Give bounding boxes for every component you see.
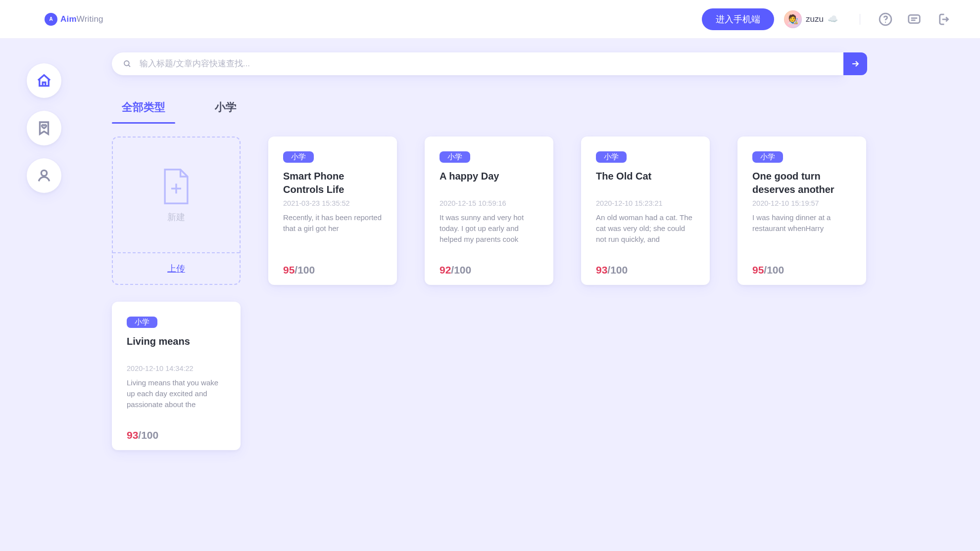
brand-logo[interactable]: A AimWriting — [45, 13, 103, 26]
essay-title: The Old Cat — [596, 170, 695, 196]
essay-title: One good turn deserves another — [752, 170, 851, 196]
arrow-right-icon — [850, 59, 860, 69]
brand-text: AimWriting — [60, 14, 103, 24]
svg-point-4 — [124, 61, 129, 66]
username-emoji: ☁️ — [828, 14, 838, 24]
brand-right: Writing — [77, 14, 103, 24]
essay-excerpt: Recently, it has been reported that a gi… — [283, 212, 382, 261]
main-content: 全部类型小学 新建 上传 小学Smart Phone Controls Life… — [112, 39, 980, 480]
score-value: 95 — [283, 264, 294, 276]
home-icon — [36, 72, 52, 89]
brand-badge: A — [45, 13, 57, 26]
essay-excerpt: An old woman had a cat. The cat was very… — [596, 212, 695, 261]
tab-0[interactable]: 全部类型 — [112, 93, 175, 124]
tab-1[interactable]: 小学 — [205, 93, 246, 124]
essay-card[interactable]: 小学A happy Day2020-12-15 10:59:16It was s… — [425, 137, 553, 285]
essay-meta: 2020-12-15 10:59:16 — [440, 199, 539, 207]
score-max: /100 — [451, 264, 471, 276]
file-plus-icon — [159, 167, 194, 206]
search-icon — [123, 59, 132, 68]
category-pill: 小学 — [596, 151, 627, 163]
essay-excerpt: It was sunny and very hot today. I got u… — [440, 212, 539, 261]
score-value: 93 — [127, 429, 138, 441]
score-value: 95 — [752, 264, 764, 276]
new-essay-card: 新建 上传 — [112, 137, 241, 285]
essay-score: 93/100 — [127, 429, 226, 441]
essay-meta: 2020-12-10 15:23:21 — [596, 199, 695, 207]
essay-excerpt: I was having dinner at a restaurant when… — [752, 212, 851, 261]
search-submit-button[interactable] — [843, 52, 867, 75]
search-bar[interactable] — [112, 52, 843, 75]
category-pill: 小学 — [440, 151, 470, 163]
bookmark-heart-icon — [36, 120, 52, 137]
category-tabs: 全部类型小学 — [112, 93, 940, 124]
brand-left: Aim — [60, 14, 77, 24]
essay-title: A happy Day — [440, 170, 539, 196]
user-icon — [36, 167, 52, 184]
score-max: /100 — [294, 264, 315, 276]
essay-score: 92/100 — [440, 264, 539, 276]
score-max: /100 — [138, 429, 158, 441]
essay-score: 95/100 — [752, 264, 851, 276]
upload-essay-label: 上传 — [167, 263, 185, 275]
sidebar-item-home[interactable] — [27, 63, 61, 98]
avatar: 🧑‍🎨 — [784, 10, 802, 28]
category-pill: 小学 — [752, 151, 783, 163]
essay-card[interactable]: 小学The Old Cat2020-12-10 15:23:21An old w… — [581, 137, 710, 285]
essay-card[interactable]: 小学Living means2020-12-10 14:34:22Living … — [112, 302, 241, 450]
essay-excerpt: Living means that you wake up each day e… — [127, 377, 226, 426]
score-value: 92 — [440, 264, 451, 276]
help-icon[interactable] — [877, 11, 894, 28]
sidebar-item-favorites[interactable] — [27, 111, 61, 145]
sidebar-item-profile[interactable] — [27, 158, 61, 193]
essay-meta: 2021-03-23 15:35:52 — [283, 199, 382, 207]
score-value: 93 — [596, 264, 607, 276]
tab-label: 小学 — [215, 101, 237, 113]
essay-card[interactable]: 小学Smart Phone Controls Life2021-03-23 15… — [268, 137, 397, 285]
enter-mobile-button[interactable]: 进入手机端 — [702, 8, 774, 30]
user-chip[interactable]: 🧑‍🎨 zuzu ☁️ — [784, 10, 838, 28]
top-bar: A AimWriting 进入手机端 🧑‍🎨 zuzu ☁️ — [0, 0, 980, 39]
create-essay-label: 新建 — [167, 211, 185, 223]
essay-score: 95/100 — [283, 264, 382, 276]
essay-title: Smart Phone Controls Life — [283, 170, 382, 196]
vertical-divider — [860, 14, 860, 25]
svg-point-3 — [41, 170, 47, 176]
upload-essay-button[interactable]: 上传 — [113, 252, 240, 284]
essay-card[interactable]: 小学One good turn deserves another2020-12-… — [737, 137, 866, 285]
essay-grid: 新建 上传 小学Smart Phone Controls Life2021-03… — [112, 137, 940, 450]
category-pill: 小学 — [127, 317, 157, 328]
side-nav — [27, 63, 61, 193]
category-pill: 小学 — [283, 151, 314, 163]
search-bar-wrap — [112, 52, 867, 75]
svg-rect-2 — [909, 15, 920, 23]
essay-score: 93/100 — [596, 264, 695, 276]
svg-point-1 — [885, 21, 886, 22]
essay-meta: 2020-12-10 14:34:22 — [127, 365, 226, 372]
logout-icon[interactable] — [934, 11, 951, 28]
create-essay-button[interactable]: 新建 — [113, 138, 240, 252]
tab-label: 全部类型 — [122, 101, 165, 113]
essay-meta: 2020-12-10 15:19:57 — [752, 199, 851, 207]
score-max: /100 — [607, 264, 628, 276]
essay-title: Living means — [127, 335, 226, 362]
search-input[interactable] — [139, 58, 833, 69]
username: zuzu — [806, 14, 824, 24]
score-max: /100 — [764, 264, 784, 276]
message-icon[interactable] — [906, 11, 923, 28]
